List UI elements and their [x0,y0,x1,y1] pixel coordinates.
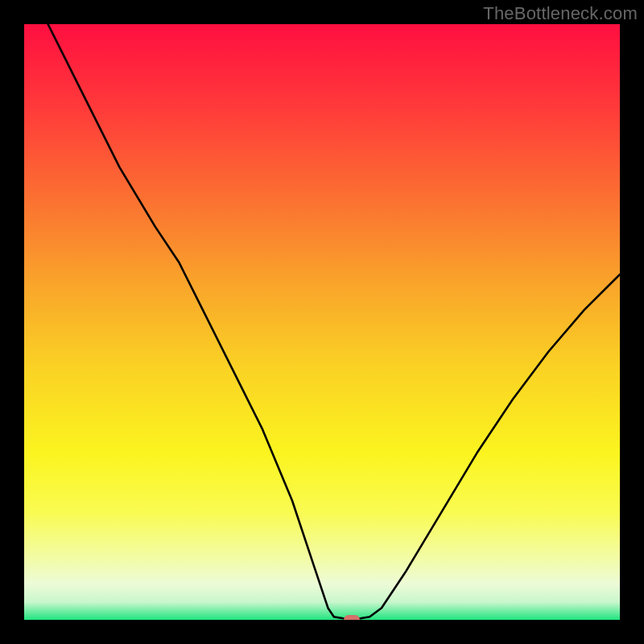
chart-svg [24,24,620,620]
gradient-background [24,24,620,620]
chart-frame: TheBottleneck.com [0,0,644,644]
watermark-text: TheBottleneck.com [483,3,638,24]
plot-area [24,24,620,620]
current-value-marker [344,615,360,620]
